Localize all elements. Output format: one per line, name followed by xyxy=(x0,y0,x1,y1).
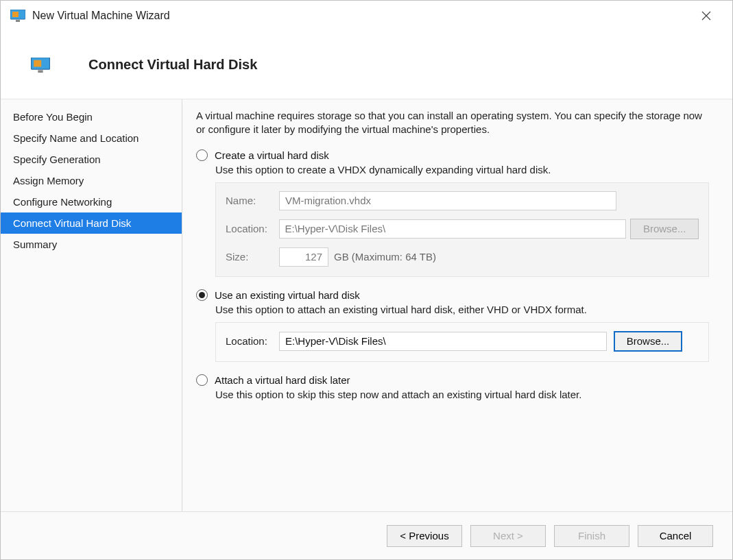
name-field xyxy=(279,191,616,210)
svg-rect-1 xyxy=(12,12,19,17)
sidebar-item-configure-networking[interactable]: Configure Networking xyxy=(1,191,182,212)
existing-location-field[interactable] xyxy=(279,332,607,351)
sidebar-item-summary[interactable]: Summary xyxy=(1,234,182,255)
radio-create-label: Create a virtual hard disk xyxy=(215,149,329,161)
option-existing: Use an existing virtual hard disk Use th… xyxy=(196,289,713,362)
close-button[interactable] xyxy=(690,1,723,31)
option-create: Create a virtual hard disk Use this opti… xyxy=(196,149,713,277)
intro-text: A virtual machine requires storage so th… xyxy=(196,109,704,137)
radio-icon xyxy=(196,289,208,301)
option-existing-desc: Use this option to attach an existing vi… xyxy=(215,304,713,315)
option-later: Attach a virtual hard disk later Use thi… xyxy=(196,374,713,400)
radio-later[interactable]: Attach a virtual hard disk later xyxy=(196,374,713,386)
create-location-field xyxy=(279,219,627,239)
next-button: Next > xyxy=(470,525,546,547)
size-suffix: GB (Maximum: 64 TB) xyxy=(334,251,436,263)
existing-form: Location: Browse... xyxy=(215,322,709,362)
size-field xyxy=(279,247,328,267)
svg-rect-5 xyxy=(38,70,43,73)
radio-icon xyxy=(196,149,208,161)
wizard-header: Connect Virtual Hard Disk xyxy=(1,31,732,99)
cancel-button[interactable]: Cancel xyxy=(638,525,713,547)
radio-create[interactable]: Create a virtual hard disk xyxy=(196,149,713,161)
app-icon xyxy=(10,10,25,22)
location-label: Location: xyxy=(226,223,279,234)
sidebar-item-assign-memory[interactable]: Assign Memory xyxy=(1,170,182,191)
option-later-desc: Use this option to skip this step now an… xyxy=(215,389,713,400)
previous-button[interactable]: < Previous xyxy=(387,525,462,547)
radio-existing-label: Use an existing virtual hard disk xyxy=(215,289,360,301)
sidebar-item-specify-name[interactable]: Specify Name and Location xyxy=(1,127,182,149)
sidebar-item-specify-generation[interactable]: Specify Generation xyxy=(1,149,182,170)
wizard-content: A virtual machine requires storage so th… xyxy=(182,99,732,511)
svg-rect-4 xyxy=(34,60,41,66)
header-icon xyxy=(31,58,50,73)
size-label: Size: xyxy=(226,251,279,263)
radio-existing[interactable]: Use an existing virtual hard disk xyxy=(196,289,713,301)
svg-rect-2 xyxy=(16,20,20,22)
finish-button: Finish xyxy=(554,525,629,547)
wizard-sidebar: Before You Begin Specify Name and Locati… xyxy=(1,99,182,511)
existing-location-label: Location: xyxy=(226,335,279,347)
option-create-desc: Use this option to create a VHDX dynamic… xyxy=(215,164,713,175)
sidebar-item-before-you-begin[interactable]: Before You Begin xyxy=(1,106,182,127)
create-form: Name: Location: Browse... Size: GB (Maxi… xyxy=(215,182,709,277)
existing-browse-button[interactable]: Browse... xyxy=(614,331,682,352)
radio-icon xyxy=(196,374,208,386)
create-browse-button: Browse... xyxy=(630,219,699,239)
wizard-body: Before You Begin Specify Name and Locati… xyxy=(1,99,732,511)
name-label: Name: xyxy=(226,195,279,206)
page-title: Connect Virtual Hard Disk xyxy=(88,57,257,73)
titlebar: New Virtual Machine Wizard xyxy=(1,1,732,31)
window-title: New Virtual Machine Wizard xyxy=(32,10,170,22)
radio-later-label: Attach a virtual hard disk later xyxy=(215,374,350,386)
wizard-window: New Virtual Machine Wizard Connect Virtu… xyxy=(0,0,733,560)
wizard-footer: < Previous Next > Finish Cancel xyxy=(1,511,732,559)
sidebar-item-connect-vhd[interactable]: Connect Virtual Hard Disk xyxy=(1,212,182,234)
